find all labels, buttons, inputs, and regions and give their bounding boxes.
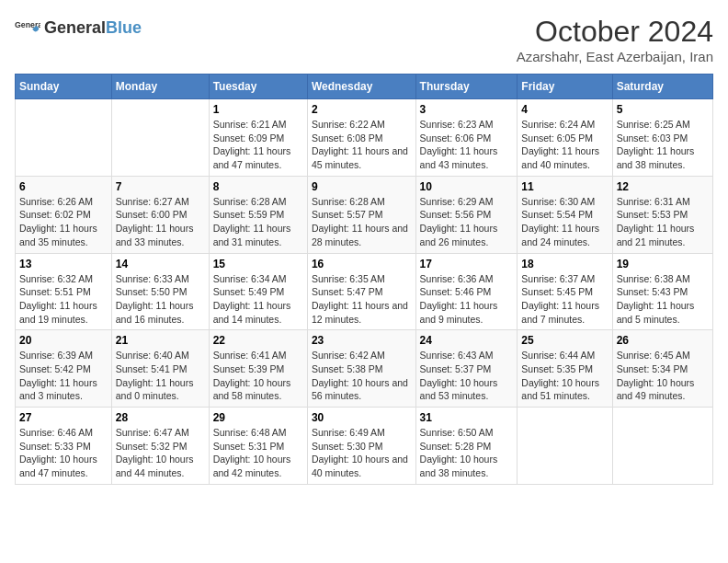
calendar-cell: 10 Sunrise: 6:29 AMSunset: 5:56 PMDaylig… [415,176,518,253]
day-number: 6 [19,180,108,193]
week-row-3: 13 Sunrise: 6:32 AMSunset: 5:51 PMDaylig… [16,253,713,330]
col-header-saturday: Saturday [612,75,712,99]
day-number: 23 [312,334,412,347]
week-row-2: 6 Sunrise: 6:26 AMSunset: 6:02 PMDayligh… [16,176,713,253]
calendar-cell [111,99,209,177]
logo-text-general: General [44,18,106,38]
calendar-cell: 17 Sunrise: 6:36 AMSunset: 5:46 PMDaylig… [415,253,518,330]
day-number: 16 [312,258,412,270]
day-info: Sunrise: 6:41 AMSunset: 5:39 PMDaylight:… [213,349,303,403]
day-info: Sunrise: 6:25 AMSunset: 6:03 PMDaylight:… [617,118,709,172]
day-number: 9 [312,180,412,193]
day-number: 14 [116,258,205,270]
calendar-cell: 3 Sunrise: 6:23 AMSunset: 6:06 PMDayligh… [415,99,518,177]
day-number: 15 [213,258,303,270]
day-info: Sunrise: 6:37 AMSunset: 5:45 PMDaylight:… [521,272,608,327]
day-number: 30 [312,411,412,424]
main-title: October 2024 [517,15,713,49]
calendar-cell: 18 Sunrise: 6:37 AMSunset: 5:45 PMDaylig… [518,253,612,330]
day-info: Sunrise: 6:23 AMSunset: 6:06 PMDaylight:… [420,118,514,172]
day-number: 5 [617,103,709,116]
title-block: October 2024 Azarshahr, East Azerbaijan,… [517,15,713,64]
day-info: Sunrise: 6:49 AMSunset: 5:30 PMDaylight:… [312,426,412,480]
calendar-cell: 30 Sunrise: 6:49 AMSunset: 5:30 PMDaylig… [307,408,415,485]
calendar-cell: 15 Sunrise: 6:34 AMSunset: 5:49 PMDaylig… [209,253,307,330]
calendar-cell: 27 Sunrise: 6:46 AMSunset: 5:33 PMDaylig… [16,408,112,485]
calendar-cell: 25 Sunrise: 6:44 AMSunset: 5:35 PMDaylig… [518,330,612,408]
col-header-tuesday: Tuesday [209,75,307,99]
day-info: Sunrise: 6:29 AMSunset: 5:56 PMDaylight:… [420,195,514,249]
calendar-cell: 20 Sunrise: 6:39 AMSunset: 5:42 PMDaylig… [16,330,112,408]
day-info: Sunrise: 6:26 AMSunset: 6:02 PMDaylight:… [19,195,108,249]
day-number: 26 [617,334,709,347]
day-info: Sunrise: 6:22 AMSunset: 6:08 PMDaylight:… [312,118,412,172]
day-number: 31 [420,411,514,424]
day-info: Sunrise: 6:40 AMSunset: 5:41 PMDaylight:… [116,349,205,403]
col-header-friday: Friday [518,75,612,99]
day-info: Sunrise: 6:30 AMSunset: 5:54 PMDaylight:… [521,195,608,249]
day-info: Sunrise: 6:47 AMSunset: 5:32 PMDaylight:… [116,426,205,480]
day-info: Sunrise: 6:48 AMSunset: 5:31 PMDaylight:… [213,426,303,480]
day-number: 4 [521,103,608,116]
day-number: 13 [19,258,108,270]
day-number: 17 [420,258,514,270]
day-info: Sunrise: 6:33 AMSunset: 5:50 PMDaylight:… [116,272,205,327]
day-info: Sunrise: 6:21 AMSunset: 6:09 PMDaylight:… [213,118,303,172]
day-info: Sunrise: 6:24 AMSunset: 6:05 PMDaylight:… [521,118,608,172]
day-info: Sunrise: 6:39 AMSunset: 5:42 PMDaylight:… [19,349,108,403]
col-header-thursday: Thursday [415,75,518,99]
calendar-cell: 21 Sunrise: 6:40 AMSunset: 5:41 PMDaylig… [111,330,209,408]
day-info: Sunrise: 6:43 AMSunset: 5:37 PMDaylight:… [420,349,514,403]
logo-icon: General [15,15,40,40]
calendar-cell: 1 Sunrise: 6:21 AMSunset: 6:09 PMDayligh… [209,99,307,177]
day-number: 20 [19,334,108,347]
calendar-cell: 11 Sunrise: 6:30 AMSunset: 5:54 PMDaylig… [518,176,612,253]
calendar-cell: 7 Sunrise: 6:27 AMSunset: 6:00 PMDayligh… [111,176,209,253]
day-info: Sunrise: 6:35 AMSunset: 5:47 PMDaylight:… [312,272,412,327]
day-info: Sunrise: 6:28 AMSunset: 5:59 PMDaylight:… [213,195,303,249]
day-info: Sunrise: 6:42 AMSunset: 5:38 PMDaylight:… [312,349,412,403]
calendar-cell [16,99,112,177]
calendar-cell: 29 Sunrise: 6:48 AMSunset: 5:31 PMDaylig… [209,408,307,485]
calendar-cell: 24 Sunrise: 6:43 AMSunset: 5:37 PMDaylig… [415,330,518,408]
header-row: SundayMondayTuesdayWednesdayThursdayFrid… [16,75,713,99]
calendar-cell: 14 Sunrise: 6:33 AMSunset: 5:50 PMDaylig… [111,253,209,330]
day-info: Sunrise: 6:32 AMSunset: 5:51 PMDaylight:… [19,272,108,327]
day-number: 8 [213,180,303,193]
day-number: 18 [521,258,608,270]
day-number: 1 [213,103,303,116]
calendar-cell: 12 Sunrise: 6:31 AMSunset: 5:53 PMDaylig… [612,176,712,253]
day-info: Sunrise: 6:50 AMSunset: 5:28 PMDaylight:… [420,426,514,480]
day-info: Sunrise: 6:27 AMSunset: 6:00 PMDaylight:… [116,195,205,249]
calendar-cell [612,408,712,485]
day-number: 22 [213,334,303,347]
day-number: 3 [420,103,514,116]
day-number: 19 [617,258,709,270]
day-info: Sunrise: 6:36 AMSunset: 5:46 PMDaylight:… [420,272,514,327]
week-row-4: 20 Sunrise: 6:39 AMSunset: 5:42 PMDaylig… [16,330,713,408]
col-header-wednesday: Wednesday [307,75,415,99]
calendar-cell: 4 Sunrise: 6:24 AMSunset: 6:05 PMDayligh… [518,99,612,177]
col-header-monday: Monday [111,75,209,99]
calendar-cell: 8 Sunrise: 6:28 AMSunset: 5:59 PMDayligh… [209,176,307,253]
day-number: 24 [420,334,514,347]
day-number: 12 [617,180,709,193]
day-number: 25 [521,334,608,347]
calendar-cell: 9 Sunrise: 6:28 AMSunset: 5:57 PMDayligh… [307,176,415,253]
day-info: Sunrise: 6:31 AMSunset: 5:53 PMDaylight:… [617,195,709,249]
calendar-cell: 31 Sunrise: 6:50 AMSunset: 5:28 PMDaylig… [415,408,518,485]
logo-text-blue: Blue [106,18,142,38]
calendar-cell: 23 Sunrise: 6:42 AMSunset: 5:38 PMDaylig… [307,330,415,408]
day-number: 2 [312,103,412,116]
calendar-cell: 28 Sunrise: 6:47 AMSunset: 5:32 PMDaylig… [111,408,209,485]
calendar-cell [518,408,612,485]
day-number: 7 [116,180,205,193]
subtitle: Azarshahr, East Azerbaijan, Iran [517,49,713,64]
day-number: 29 [213,411,303,424]
calendar-cell: 2 Sunrise: 6:22 AMSunset: 6:08 PMDayligh… [307,99,415,177]
day-number: 27 [19,411,108,424]
day-info: Sunrise: 6:34 AMSunset: 5:49 PMDaylight:… [213,272,303,327]
day-number: 28 [116,411,205,424]
day-number: 21 [116,334,205,347]
day-number: 11 [521,180,608,193]
